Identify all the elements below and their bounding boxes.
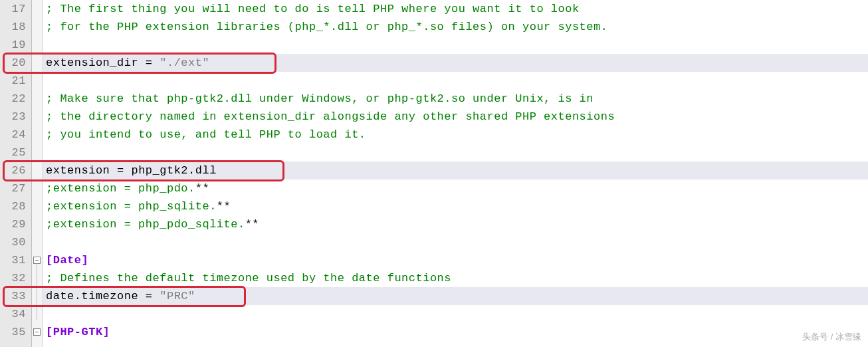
code-token: ; Make sure that php-gtk2.dll under Wind… bbox=[46, 92, 594, 105]
fold-toggle-icon[interactable] bbox=[33, 328, 41, 336]
code-line[interactable]: extension = php_gtk2.dll bbox=[43, 162, 868, 179]
fold-column bbox=[32, 0, 43, 347]
code-line[interactable]: ; The first thing you will need to do is… bbox=[43, 0, 868, 18]
line-number: 21 bbox=[0, 72, 26, 90]
watermark-text: 头条号 / 冰雪缘 bbox=[802, 331, 861, 343]
code-token: = bbox=[117, 164, 124, 177]
fold-toggle-icon[interactable] bbox=[33, 257, 41, 264]
code-line[interactable]: ;extension = php_pdo_sqlite.** bbox=[43, 215, 868, 233]
line-number: 19 bbox=[0, 36, 26, 54]
code-token: = bbox=[146, 57, 153, 69]
code-line[interactable] bbox=[43, 144, 868, 162]
code-area[interactable]: ; The first thing you will need to do is… bbox=[43, 0, 868, 347]
code-token: ;extension = php_sqlite. bbox=[46, 200, 217, 213]
code-token: ; The first thing you will need to do is… bbox=[46, 3, 580, 15]
code-line[interactable] bbox=[43, 72, 868, 90]
code-token: extension_dir bbox=[46, 57, 146, 69]
code-line[interactable]: ; the directory named in extension_dir a… bbox=[43, 108, 868, 126]
code-line[interactable] bbox=[43, 305, 868, 323]
line-number: 27 bbox=[0, 179, 26, 197]
code-line[interactable] bbox=[43, 36, 868, 54]
code-line[interactable] bbox=[43, 233, 868, 251]
code-token: ** bbox=[217, 200, 231, 213]
line-number: 29 bbox=[0, 215, 26, 233]
code-token: ; for the PHP extension libraries (php_*… bbox=[46, 21, 607, 33]
code-line[interactable]: ; for the PHP extension libraries (php_*… bbox=[43, 18, 868, 36]
line-number: 17 bbox=[0, 0, 26, 18]
line-number: 33 bbox=[0, 287, 26, 305]
code-line[interactable]: ; Defines the default timezone used by t… bbox=[43, 269, 868, 287]
line-number: 34 bbox=[0, 305, 26, 323]
line-number: 26 bbox=[0, 162, 26, 179]
code-token: ; Defines the default timezone used by t… bbox=[46, 272, 451, 285]
line-number: 35 bbox=[0, 323, 26, 341]
code-line[interactable]: ;extension = php_sqlite.** bbox=[43, 197, 868, 215]
line-number: 25 bbox=[0, 144, 26, 162]
code-line[interactable]: [PHP-GTK] bbox=[43, 323, 868, 341]
line-number-gutter: 17181920212223242526272829303132333435 bbox=[0, 0, 32, 347]
code-token: ; the directory named in extension_dir a… bbox=[46, 110, 615, 123]
code-token: ;extension = php_pdo. bbox=[46, 182, 195, 195]
code-token bbox=[153, 57, 160, 69]
code-editor: 17181920212223242526272829303132333435 ;… bbox=[0, 0, 868, 347]
code-line[interactable]: ;extension = php_pdo.** bbox=[43, 179, 868, 197]
code-token: php_gtk2.dll bbox=[124, 164, 217, 177]
line-number: 24 bbox=[0, 126, 26, 144]
code-token: ** bbox=[245, 218, 259, 231]
code-token: [Date] bbox=[46, 254, 88, 267]
code-line[interactable]: ; you intend to use, and tell PHP to loa… bbox=[43, 126, 868, 144]
line-number: 28 bbox=[0, 197, 26, 215]
code-token: ; you intend to use, and tell PHP to loa… bbox=[46, 128, 366, 141]
code-token: [PHP-GTK] bbox=[46, 326, 110, 338]
code-line[interactable]: [Date] bbox=[43, 251, 868, 269]
code-token: = bbox=[146, 290, 153, 302]
code-token bbox=[153, 290, 160, 302]
code-token: date.timezone bbox=[46, 290, 146, 302]
code-token: ;extension = php_pdo_sqlite. bbox=[46, 218, 245, 231]
line-number: 31 bbox=[0, 251, 26, 269]
code-line[interactable]: date.timezone = "PRC" bbox=[43, 287, 868, 305]
code-line[interactable]: ; Make sure that php-gtk2.dll under Wind… bbox=[43, 90, 868, 108]
line-number: 30 bbox=[0, 233, 26, 251]
line-number: 23 bbox=[0, 108, 26, 126]
code-token: "PRC" bbox=[160, 290, 195, 302]
line-number: 22 bbox=[0, 90, 26, 108]
code-token: extension bbox=[46, 164, 117, 177]
code-token: ** bbox=[195, 182, 209, 195]
line-number: 20 bbox=[0, 54, 26, 72]
line-number: 32 bbox=[0, 269, 26, 287]
line-number: 18 bbox=[0, 18, 26, 36]
code-line[interactable]: extension_dir = "./ext" bbox=[43, 54, 868, 72]
code-token: "./ext" bbox=[160, 57, 209, 69]
